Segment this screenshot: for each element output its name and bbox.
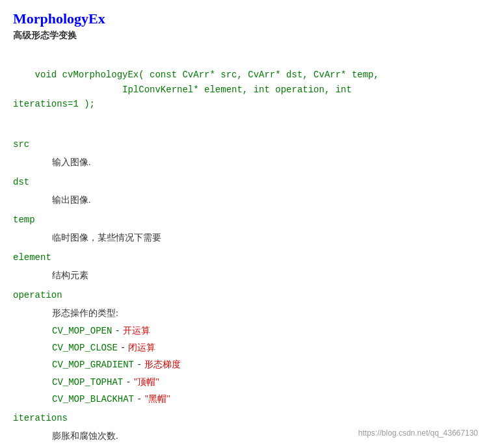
cv-const: CV_MOP_CLOSE [52,340,118,356]
param-name: element [13,248,491,267]
param-desc: 结构元素 [13,267,491,285]
cv-label: 闭运算 [128,339,155,356]
code-text: void cvMorphologyEx( const CvArr* src, C… [13,70,379,109]
param-name: operation [13,286,491,304]
param-sub-item: CV_MOP_OPEN - 开运算 [52,323,491,339]
param-name: dst [13,173,491,191]
watermark-text: https://blog.csdn.net/qq_43667130 [358,428,478,438]
cv-dash: - [137,391,142,408]
param-desc: 输出图像. [13,191,491,209]
cv-label: "顶帽" [134,374,159,390]
cv-const: CV_MOP_TOPHAT [52,375,123,391]
code-signature: void cvMorphologyEx( const CvArr* src, C… [13,53,491,126]
param-row: element结构元素 [13,248,491,285]
param-name: iterations [13,409,491,427]
param-sub-item: CV_MOP_GRADIENT - 形态梯度 [52,356,491,373]
param-desc: 输入图像. [13,153,491,172]
param-sub-item: CV_MOP_TOPHAT - "顶帽" [52,374,491,391]
param-sub-item: CV_MOP_BLACKHAT - "黑帽" [52,391,491,408]
cv-const: CV_MOP_BLACKHAT [52,391,134,408]
page-wrapper: MorphologyEx 高级形态学变换 void cvMorphologyEx… [13,10,491,445]
param-row: src输入图像. [13,135,491,172]
cv-const: CV_MOP_GRADIENT [52,357,134,373]
cv-dash: - [114,323,120,339]
cv-label: "黑帽" [144,391,170,407]
cv-label: 开运算 [123,323,150,339]
cv-dash: - [120,340,126,356]
cv-label: 形态梯度 [144,356,181,373]
page-title: MorphologyEx [13,10,491,27]
param-desc: 临时图像，某些情况下需要 [13,229,491,247]
cv-const: CV_MOP_OPEN [52,323,112,339]
param-name: src [13,135,491,153]
param-row: operation形态操作的类型:CV_MOP_OPEN - 开运算CV_MOP… [13,286,491,408]
param-sub-item: CV_MOP_CLOSE - 闭运算 [52,339,491,356]
cv-dash: - [126,375,131,391]
param-row: dst输出图像. [13,173,491,209]
cv-dash: - [137,357,142,373]
param-sub-list: CV_MOP_OPEN - 开运算CV_MOP_CLOSE - 闭运算CV_MO… [13,323,491,408]
param-name: temp [13,211,491,229]
params-table: src输入图像.dst输出图像.temp临时图像，某些情况下需要element结… [13,135,491,445]
param-row: iterations膨胀和腐蚀次数. [13,409,491,445]
param-desc: 形态操作的类型: [13,304,491,323]
page-subtitle: 高级形态学变换 [13,30,491,42]
param-row: temp临时图像，某些情况下需要 [13,211,491,247]
